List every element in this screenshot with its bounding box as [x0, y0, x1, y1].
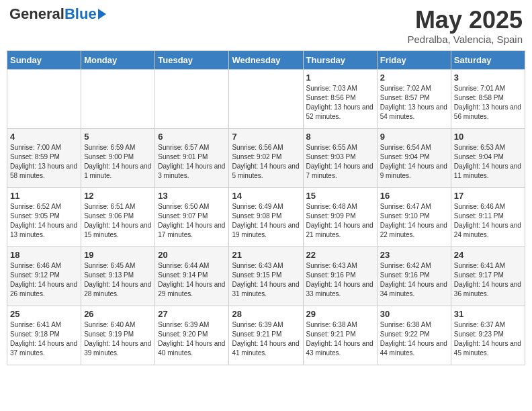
weekday-header-monday: Monday	[81, 50, 155, 69]
calendar-cell: 29Sunrise: 6:38 AM Sunset: 9:21 PM Dayli…	[303, 306, 377, 365]
week-row-5: 25Sunrise: 6:41 AM Sunset: 9:18 PM Dayli…	[7, 306, 525, 365]
location-title: Pedralba, Valencia, Spain	[407, 34, 523, 45]
calendar-cell	[81, 69, 155, 128]
day-number: 27	[158, 309, 226, 319]
day-info: Sunrise: 6:53 AM Sunset: 9:04 PM Dayligh…	[454, 143, 522, 181]
day-number: 18	[10, 250, 78, 260]
day-number: 6	[158, 132, 226, 142]
calendar-cell: 4Sunrise: 7:00 AM Sunset: 8:59 PM Daylig…	[7, 128, 81, 187]
day-info: Sunrise: 7:01 AM Sunset: 8:58 PM Dayligh…	[454, 84, 522, 122]
day-info: Sunrise: 6:51 AM Sunset: 9:06 PM Dayligh…	[84, 202, 152, 240]
calendar-cell: 13Sunrise: 6:50 AM Sunset: 9:07 PM Dayli…	[155, 187, 229, 246]
calendar-cell: 26Sunrise: 6:40 AM Sunset: 9:19 PM Dayli…	[81, 306, 155, 365]
day-info: Sunrise: 7:03 AM Sunset: 8:56 PM Dayligh…	[306, 84, 374, 122]
weekday-header-sunday: Sunday	[7, 50, 81, 69]
calendar-cell: 16Sunrise: 6:47 AM Sunset: 9:10 PM Dayli…	[377, 187, 451, 246]
day-number: 30	[380, 309, 448, 319]
day-info: Sunrise: 6:44 AM Sunset: 9:14 PM Dayligh…	[158, 261, 226, 299]
weekday-header-saturday: Saturday	[451, 50, 525, 69]
week-row-4: 18Sunrise: 6:46 AM Sunset: 9:12 PM Dayli…	[7, 246, 525, 306]
weekday-header-thursday: Thursday	[303, 50, 377, 69]
calendar-cell: 31Sunrise: 6:37 AM Sunset: 9:23 PM Dayli…	[451, 306, 525, 365]
calendar-cell: 15Sunrise: 6:48 AM Sunset: 9:09 PM Dayli…	[303, 187, 377, 246]
logo-blue: Blue	[64, 7, 97, 21]
calendar-cell: 20Sunrise: 6:44 AM Sunset: 9:14 PM Dayli…	[155, 246, 229, 306]
month-title: May 2025	[407, 7, 523, 34]
title-area: May 2025 Pedralba, Valencia, Spain	[407, 7, 523, 45]
calendar-cell: 3Sunrise: 7:01 AM Sunset: 8:58 PM Daylig…	[451, 69, 525, 128]
day-number: 10	[454, 132, 522, 142]
calendar-cell: 5Sunrise: 6:59 AM Sunset: 9:00 PM Daylig…	[81, 128, 155, 187]
calendar-cell: 6Sunrise: 6:57 AM Sunset: 9:01 PM Daylig…	[155, 128, 229, 187]
day-number: 14	[232, 191, 300, 201]
day-number: 13	[158, 191, 226, 201]
day-number: 28	[232, 309, 300, 319]
calendar-cell: 24Sunrise: 6:41 AM Sunset: 9:17 PM Dayli…	[451, 246, 525, 306]
day-number: 22	[306, 250, 374, 260]
day-info: Sunrise: 6:41 AM Sunset: 9:17 PM Dayligh…	[454, 261, 522, 299]
logo-arrow-icon	[98, 9, 106, 19]
day-number: 3	[454, 73, 522, 83]
day-info: Sunrise: 6:59 AM Sunset: 9:00 PM Dayligh…	[84, 143, 152, 181]
calendar-cell: 10Sunrise: 6:53 AM Sunset: 9:04 PM Dayli…	[451, 128, 525, 187]
calendar-cell: 19Sunrise: 6:45 AM Sunset: 9:13 PM Dayli…	[81, 246, 155, 306]
day-number: 20	[158, 250, 226, 260]
day-number: 25	[10, 309, 78, 319]
calendar-table: SundayMondayTuesdayWednesdayThursdayFrid…	[7, 50, 525, 365]
logo-general: General	[9, 7, 64, 21]
calendar-cell: 22Sunrise: 6:43 AM Sunset: 9:16 PM Dayli…	[303, 246, 377, 306]
calendar-cell: 11Sunrise: 6:52 AM Sunset: 9:05 PM Dayli…	[7, 187, 81, 246]
calendar-cell: 7Sunrise: 6:56 AM Sunset: 9:02 PM Daylig…	[229, 128, 303, 187]
calendar-cell: 1Sunrise: 7:03 AM Sunset: 8:56 PM Daylig…	[303, 69, 377, 128]
day-info: Sunrise: 6:39 AM Sunset: 9:20 PM Dayligh…	[158, 320, 226, 358]
day-info: Sunrise: 6:37 AM Sunset: 9:23 PM Dayligh…	[454, 320, 522, 358]
day-info: Sunrise: 6:42 AM Sunset: 9:16 PM Dayligh…	[380, 261, 448, 299]
day-info: Sunrise: 6:56 AM Sunset: 9:02 PM Dayligh…	[232, 143, 300, 181]
day-number: 9	[380, 132, 448, 142]
day-number: 16	[380, 191, 448, 201]
day-number: 29	[306, 309, 374, 319]
day-info: Sunrise: 6:45 AM Sunset: 9:13 PM Dayligh…	[84, 261, 152, 299]
calendar-cell: 30Sunrise: 6:38 AM Sunset: 9:22 PM Dayli…	[377, 306, 451, 365]
calendar-cell: 17Sunrise: 6:46 AM Sunset: 9:11 PM Dayli…	[451, 187, 525, 246]
header: GeneralBlue May 2025 Pedralba, Valencia,…	[7, 7, 525, 45]
day-info: Sunrise: 6:54 AM Sunset: 9:04 PM Dayligh…	[380, 143, 448, 181]
weekday-header-wednesday: Wednesday	[229, 50, 303, 69]
calendar-cell: 28Sunrise: 6:39 AM Sunset: 9:21 PM Dayli…	[229, 306, 303, 365]
day-info: Sunrise: 6:43 AM Sunset: 9:15 PM Dayligh…	[232, 261, 300, 299]
calendar-cell: 12Sunrise: 6:51 AM Sunset: 9:06 PM Dayli…	[81, 187, 155, 246]
week-row-3: 11Sunrise: 6:52 AM Sunset: 9:05 PM Dayli…	[7, 187, 525, 246]
day-number: 1	[306, 73, 374, 83]
day-number: 4	[10, 132, 78, 142]
day-info: Sunrise: 6:48 AM Sunset: 9:09 PM Dayligh…	[306, 202, 374, 240]
day-info: Sunrise: 6:38 AM Sunset: 9:22 PM Dayligh…	[380, 320, 448, 358]
day-number: 17	[454, 191, 522, 201]
calendar-cell: 25Sunrise: 6:41 AM Sunset: 9:18 PM Dayli…	[7, 306, 81, 365]
day-info: Sunrise: 6:46 AM Sunset: 9:11 PM Dayligh…	[454, 202, 522, 240]
calendar-cell	[7, 69, 81, 128]
calendar-cell: 21Sunrise: 6:43 AM Sunset: 9:15 PM Dayli…	[229, 246, 303, 306]
calendar-cell: 2Sunrise: 7:02 AM Sunset: 8:57 PM Daylig…	[377, 69, 451, 128]
calendar-cell: 23Sunrise: 6:42 AM Sunset: 9:16 PM Dayli…	[377, 246, 451, 306]
day-number: 23	[380, 250, 448, 260]
day-info: Sunrise: 6:55 AM Sunset: 9:03 PM Dayligh…	[306, 143, 374, 181]
day-info: Sunrise: 6:57 AM Sunset: 9:01 PM Dayligh…	[158, 143, 226, 181]
day-number: 5	[84, 132, 152, 142]
weekday-header-friday: Friday	[377, 50, 451, 69]
calendar-cell: 18Sunrise: 6:46 AM Sunset: 9:12 PM Dayli…	[7, 246, 81, 306]
day-info: Sunrise: 6:46 AM Sunset: 9:12 PM Dayligh…	[10, 261, 78, 299]
day-number: 12	[84, 191, 152, 201]
day-number: 31	[454, 309, 522, 319]
day-info: Sunrise: 7:02 AM Sunset: 8:57 PM Dayligh…	[380, 84, 448, 122]
weekday-header-tuesday: Tuesday	[155, 50, 229, 69]
day-number: 2	[380, 73, 448, 83]
day-info: Sunrise: 6:50 AM Sunset: 9:07 PM Dayligh…	[158, 202, 226, 240]
day-info: Sunrise: 7:00 AM Sunset: 8:59 PM Dayligh…	[10, 143, 78, 181]
day-info: Sunrise: 6:39 AM Sunset: 9:21 PM Dayligh…	[232, 320, 300, 358]
calendar-cell: 8Sunrise: 6:55 AM Sunset: 9:03 PM Daylig…	[303, 128, 377, 187]
day-number: 15	[306, 191, 374, 201]
day-info: Sunrise: 6:47 AM Sunset: 9:10 PM Dayligh…	[380, 202, 448, 240]
day-number: 26	[84, 309, 152, 319]
logo: GeneralBlue	[9, 7, 106, 21]
day-number: 7	[232, 132, 300, 142]
